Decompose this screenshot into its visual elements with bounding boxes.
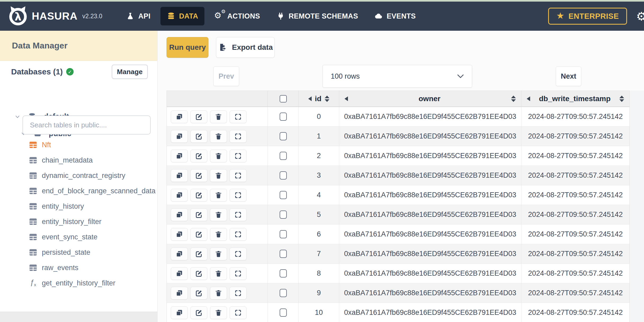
row-checkbox[interactable] (280, 308, 287, 317)
row-checkbox[interactable] (280, 269, 287, 278)
delete-row-button[interactable] (210, 208, 227, 221)
expand-icon (234, 309, 242, 316)
edit-row-button[interactable] (190, 150, 207, 162)
edit-row-button[interactable] (190, 287, 207, 299)
sidebar-table-label: get_entity_history_filter (42, 279, 115, 287)
nav-item-remote-schemas[interactable]: REMOTE SCHEMAS (270, 7, 364, 25)
expand-row-button[interactable] (230, 169, 247, 182)
copy-icon (176, 133, 183, 140)
page-size-select[interactable]: 100 rows (323, 65, 472, 88)
row-checkbox[interactable] (280, 230, 287, 238)
edit-row-button[interactable] (190, 248, 207, 260)
edit-row-button[interactable] (190, 110, 207, 123)
cell-id: 9 (299, 283, 339, 303)
clone-row-button[interactable] (171, 150, 188, 162)
hasura-logo-icon[interactable]: λ (8, 5, 28, 27)
expand-row-button[interactable] (230, 306, 247, 319)
sidebar-table-item[interactable]: ƒx Nft (0, 137, 157, 153)
nav-item-actions[interactable]: ⚙⚙ ACTIONS (208, 7, 266, 25)
row-checkbox[interactable] (280, 191, 287, 199)
clone-row-button[interactable] (171, 208, 188, 221)
row-checkbox[interactable] (280, 211, 287, 219)
edit-row-button[interactable] (190, 130, 207, 143)
delete-row-button[interactable] (210, 169, 227, 182)
edit-row-button[interactable] (190, 267, 207, 280)
cell-db-write-timestamp: 2024-08-27T09:50:57.245142 (521, 185, 629, 205)
settings-gear-icon[interactable]: ⚙ (636, 10, 644, 23)
row-checkbox[interactable] (280, 171, 287, 180)
edit-row-button[interactable] (190, 169, 207, 182)
delete-row-button[interactable] (210, 130, 227, 143)
sidebar: Data Manager Databases (1) ✓ Manage defa… (0, 31, 158, 322)
clone-row-button[interactable] (171, 248, 188, 260)
table-icon (29, 186, 38, 195)
header-cell-id[interactable]: id (299, 91, 339, 107)
export-data-button[interactable]: Export data (216, 37, 275, 58)
manage-button[interactable]: Manage (112, 65, 148, 79)
nav-item-data[interactable]: DATA (160, 7, 204, 25)
sidebar-table-item[interactable]: ƒx raw_events (0, 260, 157, 275)
sidebar-table-label: raw_events (42, 264, 78, 272)
prev-page-button[interactable]: Prev (213, 66, 239, 86)
sidebar-table-item[interactable]: ƒx get_entity_history_filter (0, 275, 157, 291)
sidebar-table-item[interactable]: ƒx entity_history_filter (0, 214, 157, 229)
expand-row-button[interactable] (230, 189, 247, 202)
delete-row-button[interactable] (210, 189, 227, 202)
run-query-button[interactable]: Run query (167, 37, 208, 58)
clone-row-button[interactable] (171, 169, 188, 182)
delete-row-button[interactable] (210, 306, 227, 319)
delete-row-button[interactable] (210, 150, 227, 162)
clone-row-button[interactable] (171, 306, 188, 319)
edit-row-button[interactable] (190, 208, 207, 221)
delete-row-button[interactable] (210, 287, 227, 299)
sidebar-table-item[interactable]: ƒx persisted_state (0, 245, 157, 260)
clone-row-button[interactable] (171, 189, 188, 202)
expand-row-button[interactable] (230, 208, 247, 221)
sort-icon[interactable] (619, 96, 624, 102)
sort-icon[interactable] (325, 96, 329, 102)
delete-row-button[interactable] (210, 248, 227, 260)
row-checkbox[interactable] (280, 152, 287, 160)
expand-row-button[interactable] (230, 248, 247, 260)
row-checkbox[interactable] (280, 113, 287, 121)
expand-row-button[interactable] (230, 110, 247, 123)
search-tables-input[interactable] (23, 115, 151, 135)
row-checkbox[interactable] (280, 250, 287, 258)
clone-row-button[interactable] (171, 287, 188, 299)
collapse-column-icon[interactable] (308, 96, 312, 101)
nav-item-events[interactable]: EVENTS (368, 7, 422, 25)
expand-row-button[interactable] (230, 287, 247, 299)
collapse-column-icon[interactable] (345, 96, 348, 101)
row-checkbox[interactable] (280, 289, 287, 297)
sidebar-table-item[interactable]: ƒx event_sync_state (0, 229, 157, 245)
clone-row-button[interactable] (171, 130, 188, 143)
sidebar-table-item[interactable]: ƒx end_of_block_range_scanned_data (0, 183, 157, 199)
sidebar-table-item[interactable]: ƒx chain_metadata (0, 153, 157, 168)
sidebar-table-item[interactable]: ƒx entity_history (0, 199, 157, 214)
row-checkbox[interactable] (280, 132, 287, 140)
expand-icon (234, 133, 242, 140)
clone-row-button[interactable] (171, 228, 188, 241)
export-data-label: Export data (232, 43, 273, 52)
expand-row-button[interactable] (230, 228, 247, 241)
expand-row-button[interactable] (230, 150, 247, 162)
expand-row-button[interactable] (230, 267, 247, 280)
clone-row-button[interactable] (171, 110, 188, 123)
select-all-checkbox[interactable] (280, 95, 287, 102)
next-page-button[interactable]: Next (556, 66, 581, 86)
edit-row-button[interactable] (190, 228, 207, 241)
collapse-column-icon[interactable] (527, 96, 530, 101)
delete-row-button[interactable] (210, 110, 227, 123)
clone-row-button[interactable] (171, 267, 188, 280)
header-cell-owner[interactable]: owner (339, 91, 521, 107)
nav-item-api[interactable]: API (120, 7, 157, 25)
expand-row-button[interactable] (230, 130, 247, 143)
sort-icon[interactable] (511, 96, 516, 102)
sidebar-table-item[interactable]: ƒx dynamic_contract_registry (0, 168, 157, 183)
edit-row-button[interactable] (190, 189, 207, 202)
enterprise-button[interactable]: ★ ENTERPRISE (548, 8, 627, 25)
edit-row-button[interactable] (190, 306, 207, 319)
header-cell-db-write-timestamp[interactable]: db_write_timestamp (521, 91, 629, 107)
delete-row-button[interactable] (210, 267, 227, 280)
delete-row-button[interactable] (210, 228, 227, 241)
